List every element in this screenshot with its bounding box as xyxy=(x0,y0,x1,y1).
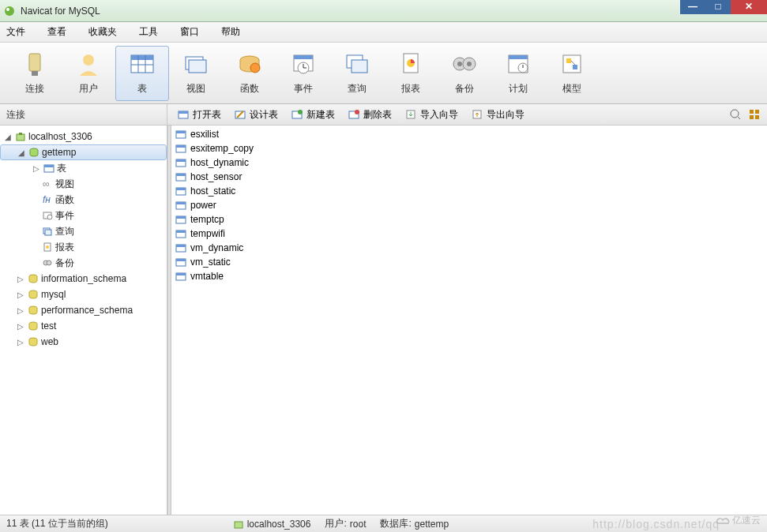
expander-icon[interactable]: ▷ xyxy=(16,306,25,315)
svg-rect-49 xyxy=(755,115,759,119)
table-row[interactable]: power xyxy=(171,198,767,212)
tree-node-query[interactable]: 查询 xyxy=(0,223,167,239)
database-icon xyxy=(27,272,39,285)
table-row[interactable]: host_dynamic xyxy=(171,155,767,170)
toolbar-user[interactable]: 用户 xyxy=(62,46,115,101)
toolbar-table[interactable]: 表 xyxy=(115,46,169,101)
svg-rect-48 xyxy=(750,115,754,119)
workarea: ◢ localhost_3306 ◢ gettemp ▷ 表 ∞ 视图 fн 函… xyxy=(0,126,767,515)
svg-rect-3 xyxy=(32,71,38,76)
table-row[interactable]: tempwifi xyxy=(171,227,767,241)
open-table-button[interactable]: 打开表 xyxy=(172,107,226,123)
table-row[interactable]: vm_dynamic xyxy=(171,241,767,255)
table-row[interactable]: vm_static xyxy=(171,255,767,269)
design-table-button[interactable]: 设计表 xyxy=(229,107,283,123)
svg-rect-50 xyxy=(17,134,24,140)
svg-rect-33 xyxy=(573,65,577,69)
toolbar-model[interactable]: 模型 xyxy=(545,46,599,101)
menu-window[interactable]: 窗口 xyxy=(180,25,199,39)
tree-db-test[interactable]: ▷test xyxy=(0,318,167,334)
tree-db-web[interactable]: ▷web xyxy=(0,334,167,350)
tree-node-table[interactable]: ▷ 表 xyxy=(0,160,167,176)
model-icon xyxy=(558,51,585,77)
toolbar-schedule[interactable]: 计划 xyxy=(491,46,545,101)
svg-point-1 xyxy=(6,8,9,11)
svg-point-62 xyxy=(46,245,49,249)
user-icon xyxy=(75,51,102,77)
toolbar-backup[interactable]: 备份 xyxy=(438,46,491,101)
table-row[interactable]: esxilist xyxy=(171,127,767,141)
view-small-icon: ∞ xyxy=(41,178,54,190)
tree-node-function[interactable]: fн 函数 xyxy=(0,192,167,208)
close-button[interactable]: ✕ xyxy=(731,0,767,14)
import-button[interactable]: 导入向导 xyxy=(400,107,463,123)
schedule-icon xyxy=(505,51,532,77)
app-icon xyxy=(3,5,16,17)
table-small-icon xyxy=(175,170,187,183)
svg-rect-87 xyxy=(176,245,186,247)
expander-icon[interactable]: ▷ xyxy=(16,290,25,299)
table-row[interactable]: temptcp xyxy=(171,212,767,227)
svg-rect-77 xyxy=(176,174,186,176)
svg-point-0 xyxy=(5,6,14,16)
delete-table-button[interactable]: 删除表 xyxy=(343,107,397,123)
tree-node-view[interactable]: ∞ 视图 xyxy=(0,176,167,192)
tree-node-event[interactable]: 事件 xyxy=(0,208,167,223)
tree-node-backup[interactable]: 备份 xyxy=(0,255,167,271)
menu-file[interactable]: 文件 xyxy=(6,25,25,39)
tree-db-gettemp[interactable]: ◢ gettemp xyxy=(0,144,167,160)
table-row[interactable]: esxitemp_copy xyxy=(171,141,767,155)
connection-tree[interactable]: ◢ localhost_3306 ◢ gettemp ▷ 表 ∞ 视图 fн 函… xyxy=(0,126,167,515)
svg-point-4 xyxy=(83,54,94,66)
svg-point-13 xyxy=(250,63,260,73)
tree-db-performance_schema[interactable]: ▷performance_schema xyxy=(0,302,167,318)
database-icon xyxy=(27,320,39,332)
table-name: host_sensor xyxy=(190,171,242,182)
maximize-button[interactable]: □ xyxy=(705,0,731,14)
database-icon xyxy=(27,335,39,348)
tree-connection[interactable]: ◢ localhost_3306 xyxy=(0,129,167,144)
expander-icon[interactable]: ▷ xyxy=(16,275,25,283)
table-name: esxilist xyxy=(190,129,219,140)
table-row[interactable]: host_static xyxy=(171,184,767,198)
tree-db-information_schema[interactable]: ▷information_schema xyxy=(0,271,167,287)
expander-icon[interactable]: ◢ xyxy=(17,148,26,157)
expander-icon[interactable]: ◢ xyxy=(3,133,13,141)
tree-node-report[interactable]: 报表 xyxy=(0,239,167,255)
toolbar-query[interactable]: 查询 xyxy=(330,46,384,101)
toolbar-report[interactable]: 报表 xyxy=(384,46,438,101)
expander-icon[interactable]: ▷ xyxy=(16,338,25,347)
expander-icon[interactable]: ▷ xyxy=(32,164,41,173)
menu-help[interactable]: 帮助 xyxy=(221,25,240,39)
table-name: host_static xyxy=(190,185,235,197)
status-user: 用户: root xyxy=(325,517,366,530)
expander-icon[interactable]: ▷ xyxy=(16,322,25,331)
table-row[interactable]: vmtable xyxy=(171,269,767,283)
export-icon xyxy=(471,108,483,121)
menu-tools[interactable]: 工具 xyxy=(139,25,158,39)
toolbar-function[interactable]: 函数 xyxy=(223,46,276,101)
grid-view-icon[interactable] xyxy=(748,108,761,121)
search-icon[interactable] xyxy=(729,108,742,121)
menu-fav[interactable]: 收藏夹 xyxy=(88,25,117,39)
table-small-icon xyxy=(43,162,55,174)
table-small-icon xyxy=(175,156,187,169)
backup-icon xyxy=(451,51,478,77)
toolbar-event[interactable]: 事件 xyxy=(276,46,330,101)
table-row[interactable]: host_sensor xyxy=(171,170,767,184)
new-table-button[interactable]: 新建表 xyxy=(286,107,340,123)
toolbar-connect[interactable]: 连接 xyxy=(8,46,62,101)
window-title: Navicat for MySQL xyxy=(21,6,100,17)
table-small-icon xyxy=(175,128,187,140)
menu-view[interactable]: 查看 xyxy=(47,25,66,39)
tree-db-mysql[interactable]: ▷mysql xyxy=(0,287,167,302)
menubar: 文件 查看 收藏夹 工具 窗口 帮助 xyxy=(0,22,767,43)
database-icon xyxy=(27,288,39,301)
toolbar-view[interactable]: 视图 xyxy=(169,46,223,101)
import-icon xyxy=(404,108,417,121)
export-button[interactable]: 导出向导 xyxy=(466,107,529,123)
minimize-button[interactable]: — xyxy=(680,0,705,14)
table-list[interactable]: esxilistesxitemp_copyhost_dynamichost_se… xyxy=(171,126,767,515)
svg-rect-71 xyxy=(176,131,186,133)
svg-rect-28 xyxy=(509,55,528,59)
